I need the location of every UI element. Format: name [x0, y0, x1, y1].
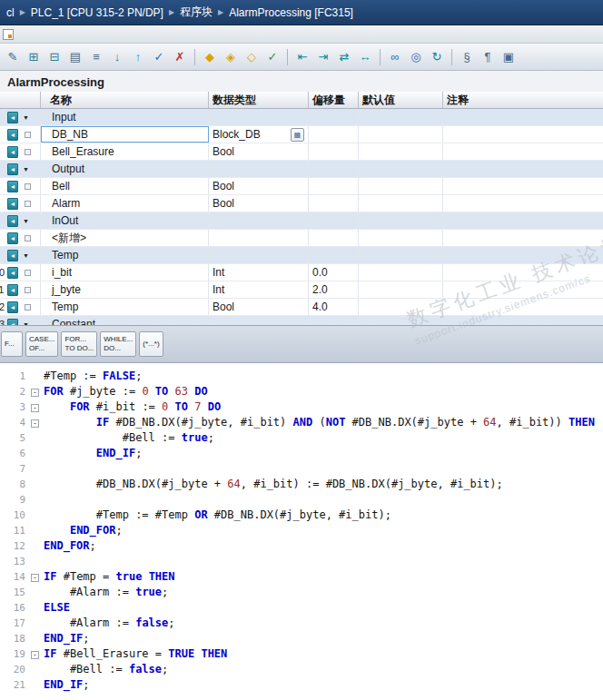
fold-minus-icon[interactable]: - [31, 574, 39, 582]
code-line[interactable]: 15 #Alarm := true; [4, 585, 603, 600]
snippet-comment-button[interactable]: (*...*) [139, 331, 163, 357]
cell-offset[interactable] [309, 230, 359, 246]
cell-datatype[interactable]: Block_DB▦ [209, 126, 309, 143]
cell-name[interactable]: InOut [41, 212, 209, 229]
cell-datatype[interactable]: Int [209, 281, 309, 298]
code-line[interactable]: 18END_IF; [4, 631, 603, 646]
table-row[interactable]: 9◂▼Temp [0, 247, 603, 264]
table-row[interactable]: 5◂BellBool [0, 178, 603, 195]
fold-minus-icon[interactable]: - [31, 419, 39, 428]
fold-marker-icon[interactable]: - [29, 569, 44, 585]
cell-comment[interactable] [443, 247, 603, 263]
cell-default[interactable] [359, 126, 443, 143]
cell-default[interactable] [359, 109, 443, 125]
snippet-if-button[interactable]: F... [1, 331, 23, 357]
cell-comment[interactable] [443, 126, 603, 143]
cell-name[interactable]: Alarm [41, 195, 209, 212]
download-icon[interactable]: ↓ [108, 48, 126, 66]
init-setpoints-icon[interactable]: ✓ [263, 48, 282, 66]
cell-comment[interactable] [443, 281, 603, 298]
code-line[interactable]: 3- FOR #i_bit := 0 TO 7 DO [4, 399, 603, 415]
code-line[interactable]: 10 #Temp := #Temp OR #DB_NB.DX(#j_byte, … [4, 508, 603, 523]
code-line[interactable]: 7 [4, 461, 603, 477]
browse-db-button[interactable]: ▦ [291, 128, 304, 142]
cell-name[interactable]: Constant [41, 316, 209, 325]
fold-marker-icon[interactable]: - [29, 399, 44, 415]
cell-name[interactable]: Temp [41, 299, 209, 315]
table-row[interactable]: 3◂Bell_ErasureBool [0, 143, 603, 161]
code-line[interactable]: 9 [4, 492, 603, 508]
code-line[interactable]: 2-FOR #j_byte := 0 TO 63 DO [4, 384, 603, 399]
cell-default[interactable] [359, 143, 443, 160]
keep-actual-values-icon[interactable]: ◆ [201, 48, 219, 66]
snapshot-icon[interactable]: ◈ [222, 48, 240, 66]
cell-default[interactable] [359, 178, 443, 194]
breadcrumb-item[interactable]: 程序块 [175, 5, 217, 20]
cell-comment[interactable] [443, 143, 603, 160]
table-row[interactable]: 8◂<新增> [0, 230, 603, 247]
table-row[interactable]: 1◂▼Input [0, 109, 603, 126]
cell-offset[interactable] [309, 316, 359, 325]
code-line[interactable]: 16ELSE [4, 600, 603, 616]
collapse-triangle-icon[interactable]: ▼ [23, 166, 29, 173]
cell-datatype[interactable] [209, 109, 309, 125]
cell-name[interactable]: i_bit [41, 264, 209, 281]
cell-comment[interactable] [443, 264, 603, 281]
upload-icon[interactable]: ↑ [129, 48, 147, 66]
table-row[interactable]: 4◂▼Output [0, 161, 603, 178]
breadcrumb-item[interactable]: AlarmProcessing [FC315] [224, 6, 358, 19]
cell-datatype[interactable]: Bool [209, 299, 309, 315]
table-row[interactable]: 7◂▼InOut [0, 212, 603, 230]
cell-datatype[interactable]: Bool [209, 143, 309, 160]
table-row[interactable]: 13◂▼Constant [0, 316, 603, 325]
window-icon[interactable]: ▣ [499, 48, 518, 66]
collapse-triangle-icon[interactable]: ▼ [23, 321, 29, 326]
fold-marker-icon[interactable]: - [29, 384, 44, 399]
goto-next-icon[interactable]: ⇥ [314, 48, 332, 66]
cell-offset[interactable]: 4.0 [309, 299, 359, 315]
code-line[interactable]: 21END_IF; [4, 677, 603, 693]
find-icon[interactable]: ◎ [407, 48, 425, 66]
cell-default[interactable] [359, 161, 443, 177]
collapse-triangle-icon[interactable]: ▼ [23, 114, 29, 121]
expand-all-icon[interactable]: ¶ [479, 48, 497, 66]
cell-name[interactable]: Output [41, 161, 209, 177]
code-line[interactable]: 1#Temp := FALSE; [4, 369, 603, 384]
collapse-triangle-icon[interactable]: ▼ [23, 252, 29, 259]
column-header[interactable]: 注释 [443, 92, 603, 108]
cell-datatype[interactable] [209, 316, 309, 325]
cell-default[interactable] [359, 212, 443, 229]
code-line[interactable]: 13 [4, 554, 603, 569]
code-line[interactable]: 12END_FOR; [4, 538, 603, 554]
collapse-triangle-icon[interactable]: ▼ [23, 218, 29, 224]
cell-datatype[interactable] [209, 247, 309, 263]
cell-default[interactable] [359, 264, 443, 281]
block-interface-icon[interactable]: ≡ [87, 48, 105, 66]
compile-icon[interactable]: ✓ [150, 48, 168, 66]
cell-offset[interactable] [309, 143, 359, 160]
cell-name[interactable]: Bell_Erasure [41, 143, 209, 160]
cell-comment[interactable] [443, 299, 603, 315]
cell-name[interactable]: DB_NB [41, 126, 209, 143]
goto-previous-icon[interactable]: ⇤ [293, 48, 311, 66]
code-line[interactable]: 20 #Bell := false; [4, 662, 603, 677]
table-row[interactable]: 12◂TempBool4.0 [0, 299, 603, 316]
edit-properties-icon[interactable]: ✎ [4, 48, 22, 66]
cell-comment[interactable] [443, 161, 603, 177]
code-line[interactable]: 14-IF #Temp = true THEN [4, 569, 603, 585]
monitoring-glasses-icon[interactable]: ∞ [386, 48, 404, 66]
cell-name[interactable]: j_byte [41, 281, 209, 298]
cell-default[interactable] [359, 281, 443, 298]
cell-name[interactable]: Bell [41, 178, 209, 194]
add-row-icon[interactable]: ⊟ [45, 48, 64, 66]
column-header[interactable]: 数据类型 [209, 92, 309, 108]
refresh-icon[interactable]: ↻ [428, 48, 446, 66]
code-line[interactable]: 17 #Alarm := false; [4, 616, 603, 631]
cell-comment[interactable] [443, 316, 603, 325]
cell-default[interactable] [359, 247, 443, 263]
cell-name[interactable]: <新增> [41, 230, 209, 246]
cell-datatype[interactable] [209, 230, 309, 246]
open-all-blocks-icon[interactable]: ▤ [66, 48, 84, 66]
cell-default[interactable] [359, 316, 443, 325]
code-line[interactable]: 19-IF #Bell_Erasure = TRUE THEN [4, 646, 603, 662]
